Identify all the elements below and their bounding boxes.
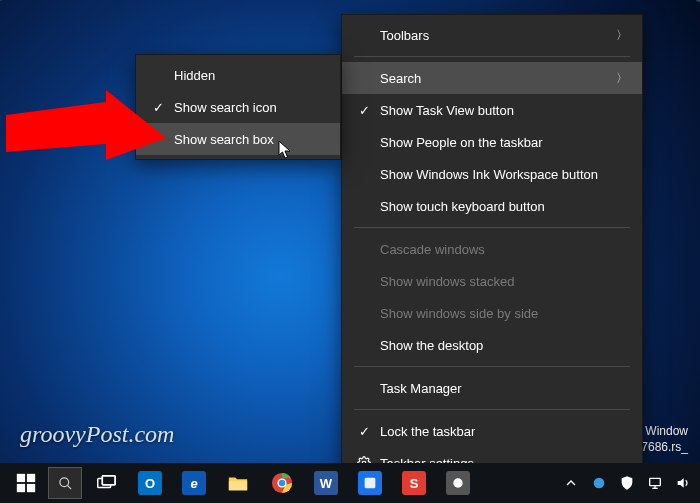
- chevron-right-icon: 〉: [616, 27, 628, 44]
- app-icon: [446, 471, 470, 495]
- svg-rect-11: [229, 481, 247, 490]
- menu-item-cascade: Cascade windows: [342, 233, 642, 265]
- search-button[interactable]: [48, 467, 82, 499]
- file-explorer-icon: [227, 472, 249, 494]
- svg-rect-18: [650, 478, 661, 485]
- label: Hidden: [170, 68, 326, 83]
- tray-network-button[interactable]: [642, 463, 668, 503]
- search-submenu: Hidden Show search icon Show search box: [135, 54, 341, 160]
- pinned-app-5[interactable]: [348, 463, 392, 503]
- menu-item-show-touch-keyboard[interactable]: Show touch keyboard button: [342, 190, 642, 222]
- submenu-item-hidden[interactable]: Hidden: [136, 59, 340, 91]
- separator: [354, 56, 630, 57]
- watermark-text: groovyPost.com: [20, 421, 174, 448]
- label: Show the desktop: [376, 338, 628, 353]
- network-icon: [647, 475, 663, 491]
- menu-item-toolbars[interactable]: Toolbars 〉: [342, 19, 642, 51]
- checkmark-icon: [352, 103, 376, 118]
- svg-rect-3: [27, 474, 35, 482]
- shield-icon: [619, 475, 635, 491]
- separator: [354, 227, 630, 228]
- volume-icon: [675, 475, 691, 491]
- pinned-app-7[interactable]: [436, 463, 480, 503]
- search-icon: [58, 476, 73, 491]
- tray-security-button[interactable]: [614, 463, 640, 503]
- checkmark-icon: [146, 100, 170, 115]
- label: Task Manager: [376, 381, 628, 396]
- separator: [354, 366, 630, 367]
- checkmark-icon: [352, 424, 376, 439]
- snagit-icon: S: [402, 471, 426, 495]
- menu-item-stacked: Show windows stacked: [342, 265, 642, 297]
- chevron-up-icon: [563, 475, 579, 491]
- menu-item-lock-taskbar[interactable]: Lock the taskbar: [342, 415, 642, 447]
- start-icon: [15, 472, 37, 494]
- svg-rect-4: [17, 484, 25, 492]
- label: Show touch keyboard button: [376, 199, 628, 214]
- start-button[interactable]: [4, 463, 48, 503]
- svg-line-7: [67, 485, 71, 489]
- svg-point-6: [59, 477, 68, 486]
- app-icon: [358, 471, 382, 495]
- label: Show windows side by side: [376, 306, 628, 321]
- submenu-item-show-search-box[interactable]: Show search box: [136, 123, 340, 155]
- svg-point-17: [594, 478, 605, 489]
- label: Toolbars: [376, 28, 616, 43]
- menu-item-show-task-view[interactable]: Show Task View button: [342, 94, 642, 126]
- svg-rect-2: [17, 474, 25, 482]
- system-tray: [558, 463, 696, 503]
- pinned-app-explorer[interactable]: [216, 463, 260, 503]
- label: Search: [376, 71, 616, 86]
- tray-app-icon-button[interactable]: [586, 463, 612, 503]
- menu-item-show-ink[interactable]: Show Windows Ink Workspace button: [342, 158, 642, 190]
- label: Cascade windows: [376, 242, 628, 257]
- chrome-icon: [271, 472, 293, 494]
- chevron-right-icon: 〉: [616, 70, 628, 87]
- label: Show Task View button: [376, 103, 628, 118]
- task-view-icon: [95, 472, 117, 494]
- svg-rect-5: [27, 484, 35, 492]
- label: Show search box: [170, 132, 326, 147]
- pinned-app-snagit[interactable]: S: [392, 463, 436, 503]
- desktop[interactable]: groovyPost.com Window 17686.rs_ Toolbars…: [0, 0, 700, 503]
- tray-volume-button[interactable]: [670, 463, 696, 503]
- submenu-item-show-search-icon[interactable]: Show search icon: [136, 91, 340, 123]
- label: Show People on the taskbar: [376, 135, 628, 150]
- outlook-icon: O: [138, 471, 162, 495]
- edge-icon: e: [182, 471, 206, 495]
- svg-rect-15: [365, 478, 376, 489]
- task-view-button[interactable]: [84, 463, 128, 503]
- svg-point-16: [453, 478, 462, 487]
- pinned-app-edge[interactable]: e: [172, 463, 216, 503]
- label: Show Windows Ink Workspace button: [376, 167, 628, 182]
- menu-item-show-desktop[interactable]: Show the desktop: [342, 329, 642, 361]
- tray-overflow-button[interactable]: [558, 463, 584, 503]
- label: Lock the taskbar: [376, 424, 628, 439]
- taskbar: O e W S: [0, 463, 700, 503]
- svg-point-14: [279, 480, 285, 486]
- pinned-app-word[interactable]: W: [304, 463, 348, 503]
- pinned-app-outlook[interactable]: O: [128, 463, 172, 503]
- separator: [354, 409, 630, 410]
- svg-rect-9: [102, 476, 115, 485]
- word-icon: W: [314, 471, 338, 495]
- tray-app-icon: [591, 475, 607, 491]
- pinned-app-chrome[interactable]: [260, 463, 304, 503]
- menu-item-task-manager[interactable]: Task Manager: [342, 372, 642, 404]
- menu-item-side-by-side: Show windows side by side: [342, 297, 642, 329]
- taskbar-context-menu: Toolbars 〉 Search 〉 Show Task View butto…: [341, 14, 643, 484]
- menu-item-search[interactable]: Search 〉: [342, 62, 642, 94]
- label: Show windows stacked: [376, 274, 628, 289]
- menu-item-show-people[interactable]: Show People on the taskbar: [342, 126, 642, 158]
- label: Show search icon: [170, 100, 326, 115]
